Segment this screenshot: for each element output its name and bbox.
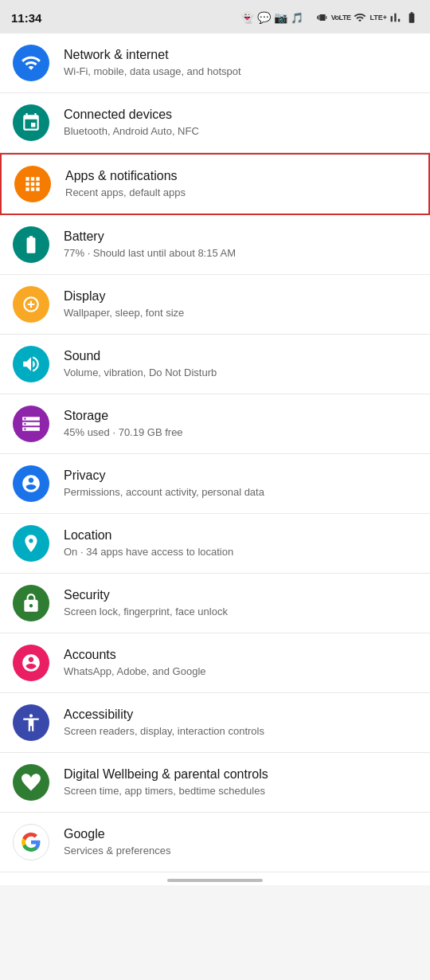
accessibility-icon-circle	[13, 704, 49, 741]
settings-item-network[interactable]: Network & internet Wi-Fi, mobile, data u…	[0, 33, 430, 93]
settings-item-google[interactable]: Google Services & preferences	[0, 813, 430, 872]
battery-text: Battery 77% · Should last until about 8:…	[64, 229, 417, 261]
settings-item-display[interactable]: Display Wallpaper, sleep, font size	[0, 275, 430, 335]
lte-icon: LTE+	[369, 14, 387, 22]
accessibility-settings-icon	[21, 712, 41, 733]
wifi-settings-icon	[21, 53, 41, 73]
display-text: Display Wallpaper, sleep, font size	[64, 288, 417, 320]
wellbeing-subtitle: Screen time, app timers, bedtime schedul…	[64, 785, 417, 798]
scroll-handle-bar	[167, 879, 263, 882]
settings-item-location[interactable]: Location On · 34 apps have access to loc…	[0, 514, 430, 574]
settings-item-connected-devices[interactable]: Connected devices Bluetooth, Android Aut…	[0, 93, 430, 153]
display-subtitle: Wallpaper, sleep, font size	[64, 307, 417, 320]
accessibility-title: Accessibility	[64, 707, 417, 723]
apps-settings-icon	[22, 174, 43, 194]
signal-icon	[390, 11, 401, 24]
settings-item-storage[interactable]: Storage 45% used · 70.19 GB free	[0, 394, 430, 454]
status-time: 11:34	[11, 11, 41, 25]
battery-subtitle: 77% · Should last until about 8:15 AM	[64, 247, 417, 261]
privacy-title: Privacy	[64, 468, 417, 484]
sound-settings-icon	[21, 354, 41, 374]
apps-icon-circle	[14, 166, 51, 202]
settings-item-privacy[interactable]: Privacy Permissions, account activity, p…	[0, 454, 430, 514]
security-text: Security Screen lock, fingerprint, face …	[64, 587, 417, 619]
settings-item-security[interactable]: Security Screen lock, fingerprint, face …	[0, 574, 430, 633]
network-icon-circle	[13, 45, 49, 81]
display-title: Display	[64, 288, 417, 305]
connected-devices-subtitle: Bluetooth, Android Auto, NFC	[64, 125, 417, 139]
battery-icon	[405, 11, 419, 24]
google-title: Google	[64, 826, 417, 843]
accounts-text: Accounts WhatsApp, Adobe, and Google	[64, 647, 417, 679]
messaging-icon: 💬	[257, 11, 271, 24]
security-title: Security	[64, 587, 417, 604]
connected-settings-icon	[21, 112, 41, 133]
accounts-title: Accounts	[64, 647, 417, 664]
accounts-icon-circle	[13, 645, 49, 681]
volte-icon: VoLTE	[331, 14, 351, 22]
apps-notifications-text: Apps & notifications Recent apps, defaul…	[65, 168, 416, 200]
storage-subtitle: 45% used · 70.19 GB free	[64, 426, 417, 440]
apps-notifications-title: Apps & notifications	[65, 168, 416, 185]
location-subtitle: On · 34 apps have access to location	[64, 546, 417, 559]
network-subtitle: Wi-Fi, mobile, data usage, and hotspot	[64, 65, 417, 79]
google-icon-circle	[13, 824, 49, 860]
privacy-text: Privacy Permissions, account activity, p…	[64, 468, 417, 500]
settings-item-apps-notifications[interactable]: Apps & notifications Recent apps, defaul…	[0, 153, 430, 215]
wellbeing-icon-circle	[13, 764, 49, 801]
storage-settings-icon	[21, 414, 41, 434]
sound-icon-circle	[13, 346, 49, 382]
apps-notifications-subtitle: Recent apps, default apps	[65, 186, 416, 200]
settings-item-sound[interactable]: Sound Volume, vibration, Do Not Disturb	[0, 335, 430, 394]
google-subtitle: Services & preferences	[64, 845, 417, 858]
wellbeing-settings-icon	[21, 772, 41, 793]
wellbeing-title: Digital Wellbeing & parental controls	[64, 766, 417, 783]
shazam-icon: 🎵	[291, 12, 303, 24]
network-title: Network & internet	[64, 47, 417, 64]
bottom-handle	[0, 872, 430, 885]
vibrate-icon	[317, 11, 328, 24]
settings-item-digital-wellbeing[interactable]: Digital Wellbeing & parental controls Sc…	[0, 753, 430, 813]
wifi-icon	[354, 11, 366, 24]
settings-item-accounts[interactable]: Accounts WhatsApp, Adobe, and Google	[0, 633, 430, 693]
google-settings-icon	[21, 832, 41, 853]
security-subtitle: Screen lock, fingerprint, face unlock	[64, 606, 417, 619]
photos-icon: 📷	[274, 11, 287, 24]
display-icon-circle	[13, 286, 49, 323]
accounts-settings-icon	[21, 653, 41, 673]
sound-text: Sound Volume, vibration, Do Not Disturb	[64, 348, 417, 380]
settings-item-battery[interactable]: Battery 77% · Should last until about 8:…	[0, 215, 430, 275]
google-text: Google Services & preferences	[64, 826, 417, 858]
status-icons: 👻 💬 📷 🎵 VoLTE LTE+	[240, 10, 419, 25]
connected-devices-title: Connected devices	[64, 107, 417, 123]
security-settings-icon	[21, 593, 41, 613]
settings-list: Network & internet Wi-Fi, mobile, data u…	[0, 33, 430, 872]
location-settings-icon	[21, 533, 41, 554]
storage-icon-circle	[13, 406, 49, 442]
network-text: Network & internet Wi-Fi, mobile, data u…	[64, 47, 417, 79]
privacy-settings-icon	[21, 473, 41, 494]
display-settings-icon	[21, 294, 41, 315]
location-text: Location On · 34 apps have access to loc…	[64, 527, 417, 559]
accessibility-subtitle: Screen readers, display, interaction con…	[64, 725, 417, 739]
sound-title: Sound	[64, 348, 417, 365]
status-bar: 11:34 👻 💬 📷 🎵 VoLTE LTE+	[0, 0, 430, 33]
battery-settings-icon-circle	[13, 226, 49, 263]
privacy-icon-circle	[13, 465, 49, 502]
settings-item-accessibility[interactable]: Accessibility Screen readers, display, i…	[0, 693, 430, 753]
sound-subtitle: Volume, vibration, Do Not Disturb	[64, 367, 417, 380]
storage-title: Storage	[64, 408, 417, 425]
location-title: Location	[64, 527, 417, 544]
battery-title: Battery	[64, 229, 417, 245]
accounts-subtitle: WhatsApp, Adobe, and Google	[64, 665, 417, 679]
accessibility-text: Accessibility Screen readers, display, i…	[64, 707, 417, 739]
security-icon-circle	[13, 585, 49, 621]
storage-text: Storage 45% used · 70.19 GB free	[64, 408, 417, 440]
snapchat-icon: 👻	[240, 11, 254, 24]
privacy-subtitle: Permissions, account activity, personal …	[64, 486, 417, 500]
location-icon-circle	[13, 525, 49, 562]
battery-settings-icon	[21, 234, 41, 255]
connected-devices-text: Connected devices Bluetooth, Android Aut…	[64, 107, 417, 139]
connected-icon-circle	[13, 104, 49, 141]
wellbeing-text: Digital Wellbeing & parental controls Sc…	[64, 766, 417, 798]
